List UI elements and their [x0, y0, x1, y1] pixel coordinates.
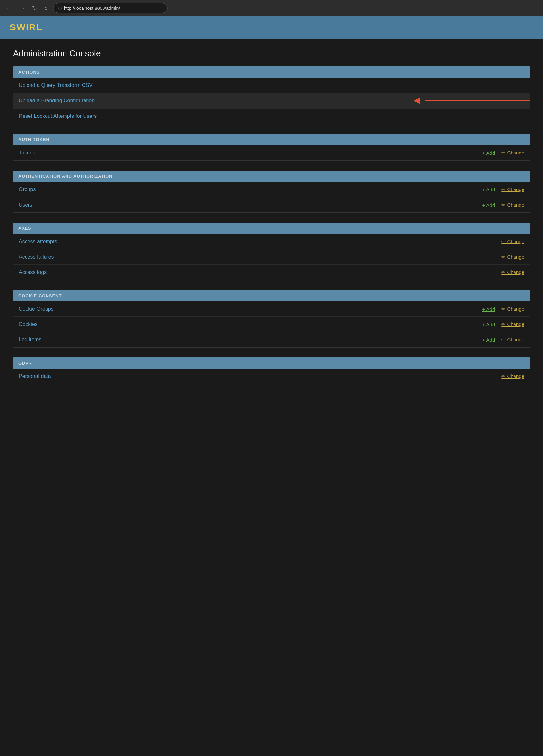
info-icon: ⓘ: [58, 5, 62, 11]
row-groups: Groups+ Add✏ Change: [13, 182, 530, 197]
section-axes: AXESAccess attempts✏ ChangeAccess failur…: [13, 223, 530, 280]
row-users: Users+ Add✏ Change: [13, 197, 530, 212]
pencil-icon: ✏ Change: [501, 254, 524, 260]
url-text: http://localhost:8000/admin/: [64, 6, 120, 11]
row-cookies: Cookies+ Add✏ Change: [13, 317, 530, 332]
change-button-access-failures[interactable]: ✏ Change: [501, 254, 524, 260]
link-groups[interactable]: Groups: [19, 187, 36, 192]
add-button-tokens[interactable]: + Add: [482, 150, 495, 156]
change-button-groups[interactable]: ✏ Change: [501, 187, 524, 192]
actions-access-attempts: ✏ Change: [501, 239, 524, 244]
home-button[interactable]: ⌂: [42, 3, 50, 13]
link-upload-query-transform[interactable]: Upload a Query Transform CSV: [19, 82, 93, 88]
actions-groups: + Add✏ Change: [482, 187, 524, 192]
section-body-actions: Upload a Query Transform CSVUpload a Bra…: [13, 78, 530, 124]
change-button-log-items[interactable]: ✏ Change: [501, 337, 524, 343]
pencil-icon: ✏ Change: [501, 202, 524, 208]
link-access-failures[interactable]: Access failures: [19, 254, 54, 260]
section-header-cookie-consent: COOKIE CONSENT: [13, 290, 530, 301]
add-button-log-items[interactable]: + Add: [482, 337, 495, 343]
plus-icon: + Add: [482, 202, 495, 208]
add-button-cookie-groups[interactable]: + Add: [482, 306, 495, 312]
actions-access-failures: ✏ Change: [501, 254, 524, 260]
arrow-annotation: [414, 98, 530, 104]
section-auth-token: AUTH TOKENTokens+ Add✏ Change: [13, 134, 530, 161]
plus-icon: + Add: [482, 150, 495, 156]
row-tokens: Tokens+ Add✏ Change: [13, 145, 530, 160]
link-cookies[interactable]: Cookies: [19, 321, 38, 327]
link-access-logs[interactable]: Access logs: [19, 269, 46, 275]
section-header-auth-token: AUTH TOKEN: [13, 134, 530, 145]
pencil-icon: ✏ Change: [501, 187, 524, 192]
change-button-personal-data[interactable]: ✏ Change: [501, 373, 524, 379]
row-reset-lockout: Reset Lockout Attempts for Users: [13, 109, 530, 124]
add-button-users[interactable]: + Add: [482, 202, 495, 208]
link-upload-branding[interactable]: Upload a Branding Configuration: [19, 98, 95, 104]
pencil-icon: ✏ Change: [501, 321, 524, 327]
app-logo: SWIRL: [10, 22, 43, 32]
row-upload-query-transform: Upload a Query Transform CSV: [13, 78, 530, 93]
section-body-auth-authz: Groups+ Add✏ ChangeUsers+ Add✏ Change: [13, 182, 530, 213]
section-header-gdpr: GDPR: [13, 357, 530, 369]
section-cookie-consent: COOKIE CONSENTCookie Groups+ Add✏ Change…: [13, 290, 530, 348]
change-button-cookies[interactable]: ✏ Change: [501, 321, 524, 327]
change-button-tokens[interactable]: ✏ Change: [501, 150, 524, 156]
section-body-cookie-consent: Cookie Groups+ Add✏ ChangeCookies+ Add✏ …: [13, 301, 530, 348]
pencil-icon: ✏ Change: [501, 306, 524, 312]
actions-users: + Add✏ Change: [482, 202, 524, 208]
section-body-gdpr: Personal data✏ Change: [13, 369, 530, 384]
change-button-access-logs[interactable]: ✏ Change: [501, 269, 524, 275]
link-users[interactable]: Users: [19, 202, 32, 208]
section-body-auth-token: Tokens+ Add✏ Change: [13, 145, 530, 161]
app-header: SWIRL: [0, 16, 543, 39]
section-header-actions: ACTIONS: [13, 66, 530, 78]
link-cookie-groups[interactable]: Cookie Groups: [19, 306, 54, 312]
row-personal-data: Personal data✏ Change: [13, 369, 530, 384]
actions-log-items: + Add✏ Change: [482, 337, 524, 343]
section-header-axes: AXES: [13, 223, 530, 234]
change-button-users[interactable]: ✏ Change: [501, 202, 524, 208]
plus-icon: + Add: [482, 306, 495, 312]
browser-chrome: ← → ↻ ⌂ ⓘ http://localhost:8000/admin/: [0, 0, 543, 16]
link-log-items[interactable]: Log items: [19, 337, 41, 343]
pencil-icon: ✏ Change: [501, 337, 524, 343]
row-access-logs: Access logs✏ Change: [13, 265, 530, 280]
change-button-cookie-groups[interactable]: ✏ Change: [501, 306, 524, 312]
row-access-failures: Access failures✏ Change: [13, 249, 530, 265]
link-access-attempts[interactable]: Access attempts: [19, 239, 57, 244]
main-content: Administration Console ACTIONSUpload a Q…: [0, 39, 543, 404]
add-button-groups[interactable]: + Add: [482, 187, 495, 192]
arrow-line: [425, 100, 530, 101]
plus-icon: + Add: [482, 322, 495, 327]
section-header-auth-authz: AUTHENTICATION AND AUTHORIZATION: [13, 171, 530, 182]
actions-cookies: + Add✏ Change: [482, 321, 524, 327]
actions-tokens: + Add✏ Change: [482, 150, 524, 156]
pencil-icon: ✏ Change: [501, 373, 524, 379]
actions-personal-data: ✏ Change: [501, 373, 524, 379]
actions-access-logs: ✏ Change: [501, 269, 524, 275]
sections-container: ACTIONSUpload a Query Transform CSVUploa…: [13, 66, 530, 384]
section-gdpr: GDPRPersonal data✏ Change: [13, 357, 530, 384]
section-body-axes: Access attempts✏ ChangeAccess failures✏ …: [13, 234, 530, 280]
back-button[interactable]: ←: [4, 3, 14, 13]
page-title: Administration Console: [13, 48, 530, 59]
reload-button[interactable]: ↻: [30, 3, 39, 13]
link-reset-lockout[interactable]: Reset Lockout Attempts for Users: [19, 113, 97, 119]
link-tokens[interactable]: Tokens: [19, 150, 35, 156]
section-actions: ACTIONSUpload a Query Transform CSVUploa…: [13, 66, 530, 124]
add-button-cookies[interactable]: + Add: [482, 322, 495, 327]
forward-button[interactable]: →: [17, 3, 27, 13]
pencil-icon: ✏ Change: [501, 150, 524, 156]
change-button-access-attempts[interactable]: ✏ Change: [501, 239, 524, 244]
row-cookie-groups: Cookie Groups+ Add✏ Change: [13, 301, 530, 317]
plus-icon: + Add: [482, 337, 495, 343]
plus-icon: + Add: [482, 187, 495, 192]
pencil-icon: ✏ Change: [501, 269, 524, 275]
pencil-icon: ✏ Change: [501, 239, 524, 244]
section-auth-authz: AUTHENTICATION AND AUTHORIZATIONGroups+ …: [13, 171, 530, 213]
link-personal-data[interactable]: Personal data: [19, 373, 51, 379]
url-bar[interactable]: ⓘ http://localhost:8000/admin/: [53, 3, 168, 13]
row-access-attempts: Access attempts✏ Change: [13, 234, 530, 249]
row-log-items: Log items+ Add✏ Change: [13, 332, 530, 347]
actions-cookie-groups: + Add✏ Change: [482, 306, 524, 312]
